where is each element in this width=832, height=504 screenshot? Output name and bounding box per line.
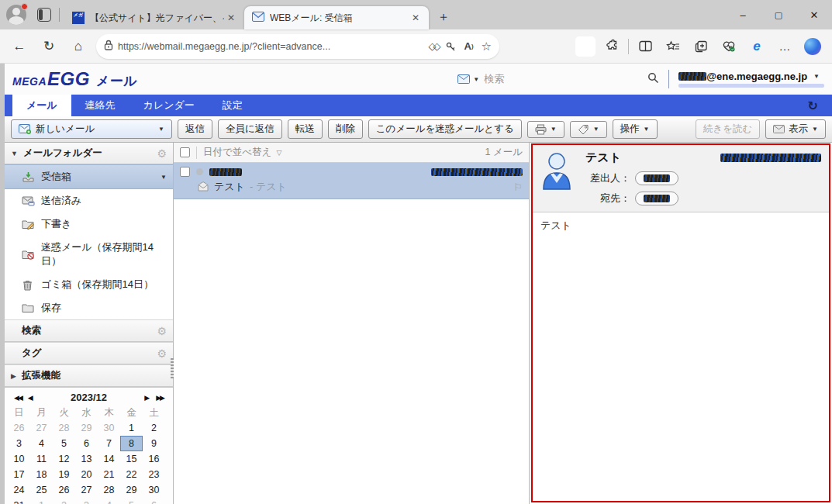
calendar-day[interactable]: 9 xyxy=(143,436,165,451)
forward-button[interactable]: 転送 xyxy=(288,119,323,139)
calendar-day[interactable]: 28 xyxy=(53,420,75,436)
tab1-close-icon[interactable]: ✕ xyxy=(224,11,238,25)
folder-sent[interactable]: 送信済み xyxy=(5,189,173,212)
calendar-day[interactable]: 4 xyxy=(30,436,53,451)
maximize-button[interactable]: ▢ xyxy=(761,0,796,29)
calendar-day[interactable]: 20 xyxy=(75,467,98,482)
calendar-day[interactable]: 30 xyxy=(98,420,120,436)
calendar-next-icon[interactable]: ▶ xyxy=(141,394,153,402)
tags-section-header[interactable]: タグ ⚙ xyxy=(5,342,173,364)
calendar-day[interactable]: 12 xyxy=(53,451,75,467)
password-key-icon[interactable] xyxy=(445,41,456,52)
calendar-day[interactable]: 14 xyxy=(98,451,120,467)
profile-avatar[interactable] xyxy=(6,5,26,25)
reply-button[interactable]: 返信 xyxy=(178,119,212,139)
read-aloud-icon[interactable]: A) xyxy=(464,40,473,52)
calendar-day[interactable]: 1 xyxy=(120,420,143,436)
calendar-day[interactable]: 19 xyxy=(53,467,75,482)
calendar-day[interactable]: 18 xyxy=(30,467,53,482)
print-button[interactable]: ▼ xyxy=(527,121,564,138)
calendar-day[interactable]: 3 xyxy=(8,436,30,451)
calendar-day[interactable]: 30 xyxy=(143,482,165,498)
calendar-day[interactable]: 6 xyxy=(143,498,165,504)
calendar-day[interactable]: 27 xyxy=(30,420,53,436)
calendar-last-icon[interactable]: ▶▶ xyxy=(153,394,167,402)
calendar-day[interactable]: 23 xyxy=(143,467,165,482)
extensions-section-header[interactable]: ▶ 拡張機能 xyxy=(5,364,173,387)
actions-button[interactable]: 操作 ▼ xyxy=(613,119,658,139)
minimize-button[interactable]: – xyxy=(725,0,761,29)
calendar-day[interactable]: 25 xyxy=(30,482,53,498)
calendar-first-icon[interactable]: ◀◀ xyxy=(11,394,25,402)
folders-gear-icon[interactable]: ⚙ xyxy=(157,147,167,160)
settings-more-icon[interactable]: … xyxy=(773,35,796,58)
calendar-day[interactable]: 15 xyxy=(120,451,143,467)
tag-button[interactable]: ▼ xyxy=(570,121,607,138)
account-menu[interactable]: @ene.megaegg.ne.jp ▼ xyxy=(678,71,824,88)
tab2-close-icon[interactable]: ✕ xyxy=(409,11,423,25)
splitter-grip[interactable] xyxy=(171,358,174,378)
search-gear-icon[interactable]: ⚙ xyxy=(157,325,167,337)
collections-icon[interactable] xyxy=(689,35,713,58)
reply-all-button[interactable]: 全員に返信 xyxy=(218,119,282,139)
calendar-day[interactable]: 17 xyxy=(8,467,30,482)
calendar-day[interactable]: 26 xyxy=(8,420,30,436)
calendar-day[interactable]: 26 xyxy=(53,482,75,498)
calendar-day[interactable]: 5 xyxy=(120,498,143,504)
calendar-day[interactable]: 5 xyxy=(53,436,75,451)
refresh-button[interactable]: ↻ xyxy=(37,35,60,58)
calendar-day[interactable]: 6 xyxy=(75,436,98,451)
search-section-header[interactable]: 検索 ⚙ xyxy=(5,319,173,342)
back-button[interactable]: ← xyxy=(8,35,31,58)
calendar-day[interactable]: 11 xyxy=(30,451,53,467)
calendar-day[interactable]: 13 xyxy=(75,451,98,467)
new-tab-button[interactable]: ＋ xyxy=(433,7,454,27)
search-input[interactable]: 検索 xyxy=(484,72,647,86)
workspaces-icon[interactable] xyxy=(37,8,51,22)
app-available-icon[interactable]: ◇◇ xyxy=(428,40,437,52)
sort-direction-icon[interactable]: ▽ xyxy=(276,149,281,157)
folder-archive[interactable]: 保存 xyxy=(5,296,173,319)
mail-search-bar[interactable]: ▼ 検索 xyxy=(457,72,659,86)
extensions-icon[interactable] xyxy=(600,35,623,58)
calendar-day[interactable]: 2 xyxy=(143,420,165,436)
split-screen-icon[interactable] xyxy=(633,35,657,58)
sort-label[interactable]: 日付で並べ替え xyxy=(203,146,271,159)
url-text[interactable]: https://webmail.megaegg.ne.jp/?client=ad… xyxy=(118,41,420,52)
calendar-day[interactable]: 3 xyxy=(75,498,98,504)
calendar-day[interactable]: 22 xyxy=(120,467,143,482)
mark-spam-button[interactable]: このメールを迷惑メールとする xyxy=(368,119,522,139)
calendar-day[interactable]: 28 xyxy=(98,482,120,498)
delete-button[interactable]: 削除 xyxy=(328,119,363,139)
calendar-day[interactable]: 21 xyxy=(98,467,120,482)
mail-list-item[interactable]: テスト - テスト ⚐ xyxy=(174,163,529,199)
view-button[interactable]: 表示 ▼ xyxy=(765,119,826,139)
calendar-prev-icon[interactable]: ◀ xyxy=(25,394,36,402)
read-status-dot[interactable] xyxy=(196,168,203,175)
calendar-day[interactable]: 31 xyxy=(8,498,30,504)
calendar-day[interactable]: 10 xyxy=(8,451,30,467)
read-more-button[interactable]: 続きを読む xyxy=(696,119,760,139)
ie-mode-icon[interactable]: e xyxy=(745,35,768,58)
calendar-day[interactable]: 29 xyxy=(75,420,98,436)
nav-tab-calendar[interactable]: カレンダー xyxy=(129,95,209,116)
tab-megaegg-site[interactable]: メガ 【公式サイト】光ファイバー、インターネ ✕ xyxy=(64,6,244,29)
browser-essentials-icon[interactable] xyxy=(717,35,741,58)
nav-tab-contacts[interactable]: 連絡先 xyxy=(71,95,129,116)
nav-tab-mail[interactable]: メール xyxy=(12,95,71,116)
mail-refresh-icon[interactable]: ↻ xyxy=(808,98,818,113)
tags-gear-icon[interactable]: ⚙ xyxy=(157,347,167,360)
new-mail-button[interactable]: 新しいメール ▼ xyxy=(11,119,172,139)
folder-inbox-caret-icon[interactable]: ▼ xyxy=(161,174,167,181)
calendar-day[interactable]: 2 xyxy=(53,498,75,504)
mail-item-checkbox[interactable] xyxy=(180,167,190,177)
calendar-day[interactable]: 29 xyxy=(120,482,143,498)
calendar-day[interactable]: 1 xyxy=(30,498,53,504)
folder-inbox[interactable]: 受信箱 ▼ xyxy=(5,164,173,189)
nav-tab-settings[interactable]: 設定 xyxy=(209,95,257,116)
home-button[interactable]: ⌂ xyxy=(67,35,90,58)
select-all-checkbox[interactable] xyxy=(180,147,190,157)
to-address-pill[interactable] xyxy=(635,192,678,205)
calendar-day[interactable]: 27 xyxy=(75,482,98,498)
from-address-pill[interactable] xyxy=(635,171,678,185)
